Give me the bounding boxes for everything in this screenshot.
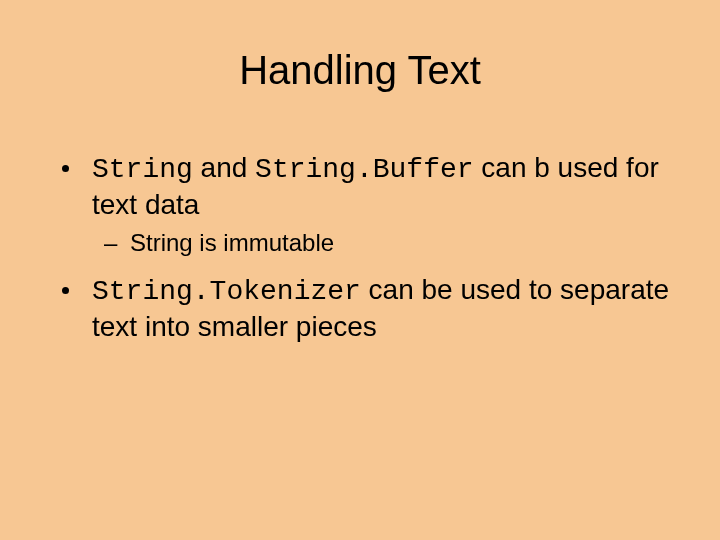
- slide-body: String and String.Buffer can b used for …: [62, 150, 680, 350]
- slide: Handling Text String and String.Buffer c…: [0, 0, 720, 540]
- bullet-icon: [62, 287, 69, 294]
- code-string: String: [92, 154, 193, 185]
- code-stringtokenizer: String.Tokenizer: [92, 276, 361, 307]
- bullet-2: String.Tokenizer can be used to separate…: [62, 272, 680, 344]
- sub-bullet-text: String is immutable: [130, 229, 334, 256]
- code-stringbuffer: String.Buffer: [255, 154, 473, 185]
- bullet-1: String and String.Buffer can b used for …: [62, 150, 680, 222]
- bullet-icon: [62, 165, 69, 172]
- dash-icon: –: [104, 228, 117, 258]
- sub-bullet-1: – String is immutable: [62, 228, 680, 258]
- text-and: and: [193, 152, 255, 183]
- slide-title: Handling Text: [0, 48, 720, 93]
